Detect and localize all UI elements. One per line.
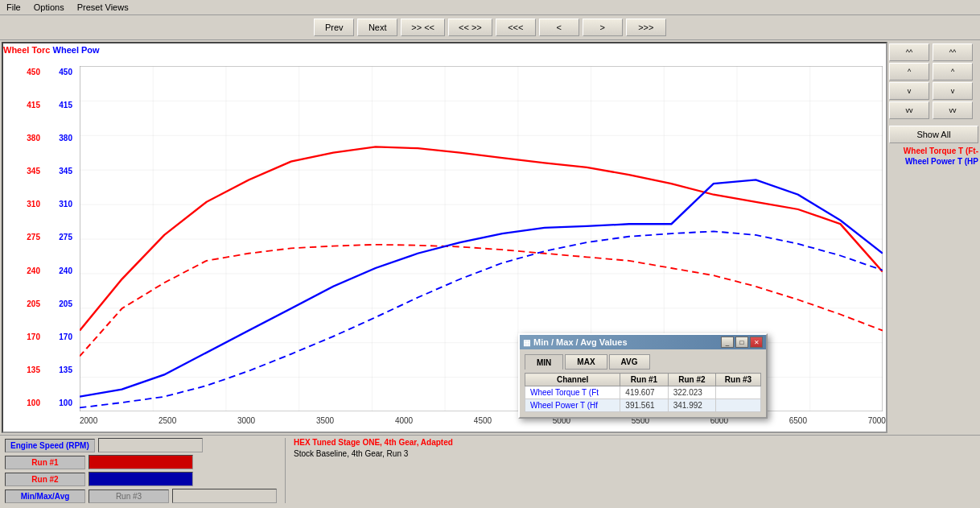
scroll-down-fast-left[interactable]: vv [889,101,929,119]
fast-left-button[interactable]: << >> [448,19,492,36]
right-panel: ^^ ^ v vv ^^ ^ v vv Show All Wheel To [887,40,980,435]
scroll-up-fast-right[interactable]: ^^ [933,43,973,61]
col-run1: Run #1 [620,374,668,386]
row1-channel: Wheel Torque T (Ft [525,386,620,399]
chart-titles: Wheel Torc Wheel Pow [3,45,100,55]
scroll-up-right[interactable]: ^ [933,63,973,81]
fast-right-button[interactable]: >> << [401,19,445,36]
run3-color [172,489,277,503]
menu-file[interactable]: File [3,2,24,13]
menu-options[interactable]: Options [31,2,68,13]
modal-body: MIN MAX AVG Channel Run #1 Run #2 [520,349,766,417]
scroll-down-left[interactable]: v [889,82,929,100]
table-row: Wheel Power T (Hf 391.561 341.992 [525,399,761,412]
modal-title: Min / Max / Avg Values [533,337,718,347]
tab-max[interactable]: MAX [565,354,607,370]
y-axis-left: 450 415 380 345 310 275 240 205 170 135 … [3,68,43,407]
modal-table: Channel Run #1 Run #2 Run #3 Wheel Torqu… [525,373,761,412]
right-button[interactable]: > [583,19,623,36]
y-axis-right: 450 415 380 345 310 275 240 205 170 135 … [43,68,76,407]
run3-label: Run #3 [89,489,169,503]
modal-minimize-button[interactable]: _ [721,337,734,348]
run1-description: HEX Tuned Stage ONE, 4th Gear, Adapted [294,438,975,447]
show-all-button[interactable]: Show All [889,126,978,143]
bottom-row-minmaxavg: Min/Max/Avg Run #3 [5,489,277,503]
row2-run1: 391.561 [620,399,668,412]
run2-label: Run #2 [5,473,85,486]
scroll-up-fast-left[interactable]: ^^ [889,43,929,61]
row2-channel: Wheel Power T (Hf [525,399,620,412]
run2-description: Stock Baseline, 4th Gear, Run 3 [294,449,975,458]
tab-avg[interactable]: AVG [609,354,650,370]
bottom-row-engine: Engine Speed (RPM) [5,438,277,452]
modal-tabs: MIN MAX AVG [525,354,761,370]
scroll-down-fast-right[interactable]: vv [933,101,973,119]
power-title: Wheel Pow [53,45,100,55]
modal-window: ▦ Min / Max / Avg Values _ □ ✕ MIN [518,333,768,419]
minmaxavg-label: Min/Max/Avg [5,489,85,503]
end-button[interactable]: <<< [496,19,536,36]
bottom-row-run2: Run #2 [5,472,277,486]
torque-title: Wheel Torc [3,45,50,55]
bottom-left: Engine Speed (RPM) Run #1 Run #2 Min/Max… [5,438,277,503]
prev-button[interactable]: Prev [314,19,354,36]
legend-torque: Wheel Torque T (Ft- [889,147,978,155]
main-container: Prev Next >> << << >> <<< < > >>> Wheel … [0,15,980,506]
bottom-right: HEX Tuned Stage ONE, 4th Gear, Adapted S… [285,438,975,503]
col-run2: Run #2 [668,374,715,386]
col-run3: Run #3 [716,374,761,386]
run1-color [89,455,193,469]
toolbar: Prev Next >> << << >> <<< < > >>> [0,15,980,40]
scroll-col-left: ^^ ^ v vv [889,43,929,119]
table-row: Wheel Torque T (Ft 419.607 322.023 [525,386,761,399]
far-right-button[interactable]: >>> [626,19,666,36]
legend-power: Wheel Power T (HP [889,157,978,166]
bottom-panel: Engine Speed (RPM) Run #1 Run #2 Min/Max… [0,435,980,506]
modal-controls: _ □ ✕ [721,337,763,348]
modal-dialog: ▦ Min / Max / Avg Values _ □ ✕ MIN [518,333,768,419]
engine-speed-label: Engine Speed (RPM) [5,439,95,452]
content-area: Wheel Torc Wheel Pow 450 415 380 345 310… [0,40,980,435]
left-button[interactable]: < [539,19,579,36]
modal-titlebar: ▦ Min / Max / Avg Values _ □ ✕ [520,335,766,349]
engine-speed-color [98,438,203,452]
row1-run2: 322.023 [668,386,715,399]
row2-run3 [716,399,761,412]
run2-color [89,472,193,486]
modal-maximize-button[interactable]: □ [735,337,748,348]
modal-icon: ▦ [523,338,530,347]
scroll-panel: ^^ ^ v vv ^^ ^ v vv [889,43,978,119]
scroll-up-left[interactable]: ^ [889,63,929,81]
row1-run1: 419.607 [620,386,668,399]
row2-run2: 341.992 [668,399,715,412]
run1-label: Run #1 [5,456,85,469]
tab-min[interactable]: MIN [525,354,563,370]
row1-run3 [716,386,761,399]
next-button[interactable]: Next [357,19,397,36]
scroll-col-right: ^^ ^ v vv [933,43,973,119]
bottom-row-run1: Run #1 [5,455,277,469]
menu-bar: File Options Preset Views [0,0,980,15]
modal-close-button[interactable]: ✕ [750,337,763,348]
scroll-down-right[interactable]: v [933,82,973,100]
menu-preset-views[interactable]: Preset Views [74,2,132,13]
col-channel: Channel [525,374,620,386]
chart-area: Wheel Torc Wheel Pow 450 415 380 345 310… [2,42,887,433]
